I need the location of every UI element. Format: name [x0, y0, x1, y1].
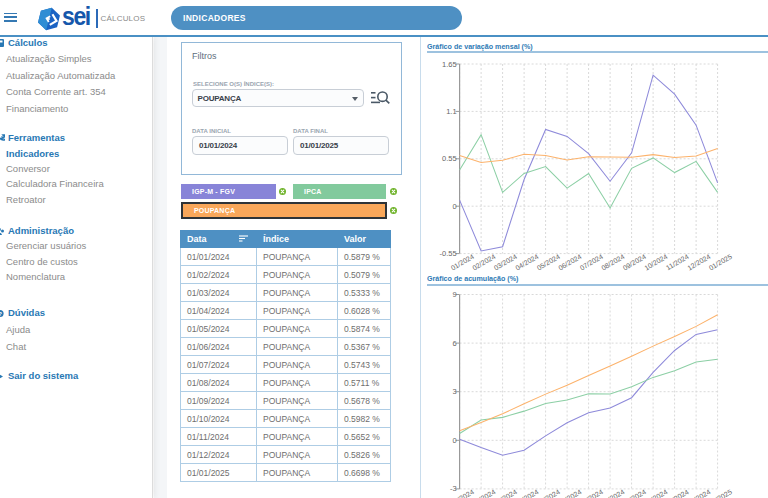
svg-text:0: 0 — [452, 436, 456, 445]
svg-text:02/2024: 02/2024 — [471, 253, 497, 272]
svg-text:06/2024: 06/2024 — [557, 488, 583, 498]
svg-text:04/2024: 04/2024 — [514, 488, 540, 498]
svg-text:06/2024: 06/2024 — [557, 253, 583, 272]
svg-text:08/2024: 08/2024 — [600, 253, 626, 272]
svg-text:6: 6 — [452, 339, 456, 348]
svg-text:01/2025: 01/2025 — [708, 488, 734, 498]
svg-text:09/2024: 09/2024 — [622, 253, 648, 272]
svg-text:0.55: 0.55 — [442, 154, 457, 163]
svg-text:02/2024: 02/2024 — [471, 488, 497, 498]
svg-text:09/2024: 09/2024 — [622, 488, 648, 498]
svg-text:03/2024: 03/2024 — [493, 253, 519, 272]
svg-text:1.65: 1.65 — [442, 60, 457, 69]
svg-text:08/2024: 08/2024 — [600, 488, 626, 498]
svg-text:11/2024: 11/2024 — [665, 488, 690, 498]
svg-text:12/2024: 12/2024 — [686, 488, 712, 498]
svg-text:11/2024: 11/2024 — [665, 253, 690, 272]
svg-text:12/2024: 12/2024 — [686, 253, 712, 272]
svg-text:?: ? — [0, 311, 2, 317]
svg-text:-0.55: -0.55 — [439, 249, 456, 258]
svg-text:9: 9 — [452, 290, 456, 299]
svg-text:04/2024: 04/2024 — [514, 253, 540, 272]
svg-text:05/2024: 05/2024 — [536, 488, 562, 498]
svg-text:10/2024: 10/2024 — [643, 488, 669, 498]
svg-text:01/2025: 01/2025 — [708, 253, 734, 272]
svg-text:07/2024: 07/2024 — [579, 488, 605, 498]
svg-text:1.1: 1.1 — [446, 107, 456, 116]
svg-text:-3: -3 — [450, 484, 457, 493]
svg-text:03/2024: 03/2024 — [493, 488, 519, 498]
svg-text:05/2024: 05/2024 — [536, 253, 562, 272]
svg-text:0: 0 — [452, 202, 456, 211]
svg-text:10/2024: 10/2024 — [643, 253, 669, 272]
svg-text:07/2024: 07/2024 — [579, 253, 605, 272]
svg-text:3: 3 — [452, 387, 456, 396]
